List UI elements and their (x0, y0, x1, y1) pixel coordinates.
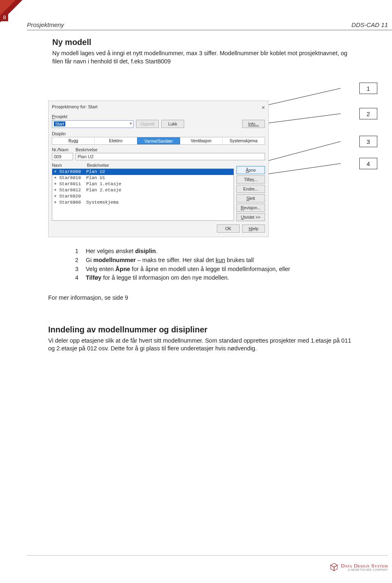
more-info-text: For mer informasjon, se side 9 (48, 294, 359, 302)
col-header-navn: Navn (52, 163, 87, 168)
beskrivelse-input[interactable]: Plan U2 (76, 153, 265, 160)
opprett-button[interactable]: Opprett (136, 120, 159, 128)
utvidet-button[interactable]: Utvidet >> (236, 213, 265, 221)
nrnavn-label: Nr./Navn (52, 147, 73, 152)
legend-num-4: 4 (73, 274, 78, 283)
legend-text-3: Velg enten Åpne for å åpne en modell ute… (86, 265, 290, 274)
apne-button[interactable]: Åpne (236, 166, 265, 174)
legend-text-2: Gi modellnummer – maks tre siffer. Her s… (86, 256, 254, 265)
ok-button[interactable]: OK (217, 224, 240, 233)
disiplin-tabs: Bygg Elektro Varme/Sanitær Ventilasjon S… (52, 137, 265, 145)
tilfoy-button[interactable]: Tilføy... (236, 175, 265, 184)
page-number: 8 (1, 14, 8, 21)
page-header: Prosjektmeny DDS-CAD 11 (27, 21, 392, 30)
tab-elektro[interactable]: Elektro (95, 137, 137, 144)
section-para-ny-modell: Ny modell lages ved å inngi et nytt mode… (52, 49, 359, 65)
header-right: DDS-CAD 11 (352, 21, 388, 30)
legend-num-1: 1 (73, 247, 78, 256)
tab-bygg[interactable]: Bygg (52, 137, 95, 144)
callout-4: 4 (359, 158, 377, 169)
section-title-ny-modell: Ny modell (52, 38, 359, 47)
dds-logo-icon (330, 563, 339, 572)
legend-list: 1 Her velges ønsket disiplin. 2 Gi model… (73, 247, 359, 283)
prosjekt-group-label: PProsjektrosjekt (52, 114, 265, 119)
svg-marker-6 (334, 565, 337, 571)
chevron-down-icon: ▾ (130, 121, 132, 126)
prosjekt-select-value: Start (54, 121, 65, 126)
callout-2: 2 (359, 108, 377, 119)
callout-1: 1 (359, 83, 377, 94)
endre-button[interactable]: Endre... (236, 185, 265, 193)
tab-ventilasjon[interactable]: Ventilasjon (180, 137, 223, 144)
dialog-title: Prosjektmeny for: Start (52, 104, 98, 111)
legend-text-1: Her velges ønsket disiplin. (86, 247, 158, 256)
disiplin-group-label: Disiplin (52, 131, 265, 136)
nr-input[interactable]: 009 (52, 153, 73, 160)
beskrivelse-label: Beskrivelse (76, 147, 98, 152)
slett-button[interactable]: Slett (236, 194, 265, 202)
revisjon-button[interactable]: Revisjon... (236, 204, 265, 212)
callout-3: 3 (359, 136, 377, 147)
legend-text-4: Tilføy for å legge til informasjon om de… (86, 274, 229, 283)
svg-marker-5 (330, 565, 334, 571)
info-button[interactable]: Info... (242, 120, 265, 128)
dialog-window: Prosjektmeny for: Start × PProsjektrosje… (48, 101, 269, 237)
svg-line-3 (261, 164, 341, 175)
list-item[interactable]: + Star8020 (52, 193, 234, 200)
lukk-button[interactable]: Lukk (161, 120, 184, 128)
list-item[interactable]: + Star8010 Plan U1 (52, 175, 234, 181)
list-item[interactable]: + Star8011 Plan 1.etasje (52, 181, 234, 187)
list-item[interactable]: + Star8009 Plan U2 (52, 169, 234, 175)
svg-marker-4 (330, 563, 337, 567)
close-icon[interactable]: × (262, 104, 265, 111)
model-list[interactable]: + Star8009 Plan U2 + Star8010 Plan U1 + … (52, 168, 234, 221)
col-header-beskrivelse: Beskrivelse (87, 163, 109, 168)
header-left: Prosjektmeny (27, 21, 64, 30)
page-footer: Data Design System A NEMETSCHEK COMPANY (27, 555, 388, 572)
section-para-inndeling: Vi deler opp etasjene slik at de får hve… (48, 337, 359, 353)
footer-company: Data Design System (341, 563, 388, 568)
tab-systemskjema[interactable]: Systemskjema (223, 137, 265, 144)
dialog-illustration: 1 2 3 4 Prosjektmeny for: Start × PProsj… (52, 86, 359, 241)
legend-num-2: 2 (73, 256, 78, 265)
list-item[interactable]: + Star8900 Systemskjema (52, 200, 234, 206)
legend-num-3: 3 (73, 265, 78, 274)
tab-varme-sanitaer[interactable]: Varme/Sanitær (137, 137, 180, 144)
list-item[interactable]: + Star8012 Plan 2.etasje (52, 187, 234, 193)
prosjekt-select[interactable]: Start ▾ (52, 120, 134, 128)
help-button[interactable]: Hjelp (242, 224, 265, 233)
section-title-inndeling: Inndeling av modellnummer og disipliner (48, 325, 359, 334)
footer-tagline: A NEMETSCHEK COMPANY (348, 568, 388, 571)
